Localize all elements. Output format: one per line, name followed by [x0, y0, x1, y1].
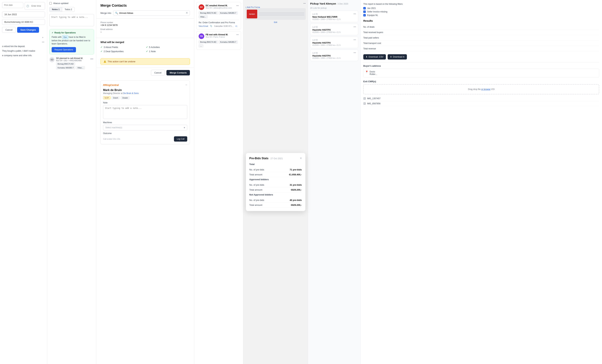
- merge-actions: Cancel Merge Contacts: [96, 68, 194, 78]
- address-field[interactable]: Bunschotenweg 10 3089 KC: [2, 19, 45, 25]
- ringcentral-header: RRingCentral −: [103, 83, 187, 87]
- email-card-more[interactable]: •••: [236, 4, 239, 7]
- log-call-button[interactable]: Log Call: [174, 136, 187, 142]
- buyer-address-text: Docto Rotter...: [370, 71, 377, 75]
- pick-date-input[interactable]: [2, 2, 23, 8]
- lot-num-2: Lot 56: [312, 39, 318, 41]
- modal-header: Pre-Bids Stats 27 Oct 2021 ×: [249, 156, 302, 160]
- dc-avatar: DC: [199, 4, 204, 10]
- browse-link[interactable]: or browse: [481, 88, 491, 90]
- download-csv-button[interactable]: ⬇ Download .CSV: [363, 54, 386, 60]
- ops-card: ✓ Ready for Operations Fields with Ops h…: [49, 29, 94, 55]
- not-approved-amount-row: Total amount €829.200,-: [249, 203, 302, 208]
- merged-items: ✓ 3 About Fields ✓ 5 Activities ✓ 2 Deal…: [100, 46, 190, 53]
- modal-close-button[interactable]: ×: [300, 156, 302, 160]
- report-panel: This report is based on the following fi…: [361, 0, 602, 364]
- lot-more-3[interactable]: •••: [354, 52, 356, 54]
- result-transport: Total transport cost: [363, 41, 599, 46]
- lot-machine-1: Haulotte H43TPX: [312, 29, 356, 31]
- machines-label: Machines: [103, 121, 187, 124]
- filter-item-1: ✓ Seller invoice missing: [363, 11, 599, 13]
- lot-header-0: Lot 35 •••: [312, 13, 356, 15]
- company-link[interactable]: De Bruin & Sons: [123, 92, 139, 95]
- merged-item-3: ✓ 1 Note: [146, 50, 190, 53]
- ops-body: Fields with Ops have to be filled in bef…: [52, 35, 92, 45]
- email-label: Email address: [100, 28, 190, 30]
- note-label: Note: [103, 101, 187, 104]
- drag-drop-text: Drag drop file or browse VOl: [367, 88, 595, 90]
- minimize-button[interactable]: −: [185, 83, 187, 87]
- download-in-icon: ⬇: [390, 56, 392, 58]
- contact-role: Managing Director at De Bruin & Sons: [103, 92, 187, 95]
- filter-check-0: ✓: [363, 7, 366, 10]
- drag-drop-zone[interactable]: Drag drop file or browse VOl: [363, 84, 599, 94]
- email-card-header: DC DC emailed Ahmed M. Nov 04 • abbas@tr…: [199, 4, 239, 10]
- merge-search-input[interactable]: [119, 12, 185, 14]
- lot-card-1: Lot 56 ••• Haulotte H43TPX #22555 • 1999…: [310, 24, 358, 35]
- meet-activity-card: FB FB met with Ahmed M. Nov 04 • Paris, …: [196, 31, 241, 50]
- enter-time-input[interactable]: [30, 3, 43, 9]
- tag-0: Bomag BW174 AD: [56, 62, 75, 65]
- what-merged-section: What will be merged ✓ 3 About Fields ✓ 5…: [96, 38, 194, 55]
- date-time-row: 🕐: [2, 2, 45, 10]
- lot-more-0[interactable]: •••: [354, 13, 356, 15]
- edit-panel: 🕐 16 Jun 2022 Bunschotenweg 10 3089 KC C…: [0, 0, 47, 364]
- file-name-0: IMG_1357457: [367, 97, 380, 100]
- contact-name: Mark de Bruin: [103, 88, 187, 92]
- download-in-button[interactable]: ⬇ Download In: [388, 54, 407, 60]
- clock-icon: 🕐: [26, 5, 29, 7]
- clear-search-button[interactable]: ✕: [186, 11, 188, 14]
- merge-into-row: Merge into 🔍 ✕: [100, 10, 190, 16]
- lot-machine-3: Haulotte H43TPX: [312, 54, 356, 57]
- more-options[interactable]: •••: [2, 40, 45, 44]
- activity-meta: Nov 04 • 29s • +44614963486: [56, 60, 88, 62]
- modal-title-group: Pre-Bids Stats 27 Oct 2021: [249, 157, 283, 160]
- save-changes-button[interactable]: Save Changes: [17, 27, 39, 33]
- tab-notes[interactable]: Notes 1: [49, 7, 62, 12]
- result-revenue: Total revenue: [363, 46, 599, 52]
- total-amount-row: Total amount €1.658.400,-: [249, 172, 302, 177]
- activity-more-options[interactable]: •••: [90, 57, 94, 61]
- ringcentral-logo: RRingCentral: [103, 84, 119, 86]
- prebids-modal-overlay: Pre-Bids Stats 27 Oct 2021 × Total No. o…: [243, 0, 308, 364]
- merge-panel: Merge Contacts Merge into 🔍 ✕ Phone numb…: [96, 0, 194, 364]
- search-icon: 🔍: [115, 12, 118, 14]
- pickup-title: Pickup Yard Alençon: [310, 2, 336, 5]
- email-tags: Bomag BW174 AD Komatsu WA380-7 Hitac...: [199, 11, 239, 18]
- lot-more-2[interactable]: •••: [354, 39, 356, 41]
- request-ops-button[interactable]: Request Operations: [52, 47, 76, 52]
- download-buttons: ⬇ Download .CSV ⬇ Download In: [363, 54, 599, 60]
- tab-todos[interactable]: Todos 2: [62, 7, 75, 12]
- add-button[interactable]: ＋: [2, 35, 45, 40]
- view-email-link[interactable]: View Email: [199, 25, 208, 27]
- tag-dealer: Dealer: [121, 96, 129, 99]
- email-field-row: Email address –: [100, 28, 190, 33]
- what-merged-title: What will be merged: [100, 41, 190, 43]
- abacus-checkbox[interactable]: [49, 2, 52, 5]
- merge-cancel-button[interactable]: Cancel: [151, 70, 165, 75]
- machines-select[interactable]: Select machine(s): [103, 125, 187, 130]
- merged-item-1: ✓ 5 Activities: [146, 46, 190, 48]
- merge-contacts-button[interactable]: Merge Contacts: [166, 70, 190, 75]
- lot-header-1: Lot 56 •••: [312, 26, 356, 28]
- outcome-label: Outcome: [103, 132, 187, 135]
- approved-prebids-row: No. of pre-bids 31 pre-bids: [249, 182, 302, 187]
- user-avatar: SD: [49, 57, 54, 62]
- email-tag-2: Hitac...: [199, 15, 208, 18]
- tag-vip: V.I.P.: [103, 96, 110, 99]
- email-tag-1: Komatsu WA380-7: [219, 11, 238, 14]
- result-buyers: Total received buyers: [363, 30, 599, 35]
- merge-title: Merge Contacts: [100, 3, 190, 8]
- note-input[interactable]: [49, 14, 94, 26]
- call-note-input[interactable]: [103, 105, 187, 119]
- email-card-title: DC emailed Ahmed M.: [206, 4, 235, 7]
- tag-dutch: Dutch: [111, 96, 120, 99]
- approved-amount-row: Total amount €829.200,-: [249, 187, 302, 192]
- email-value: –: [100, 31, 190, 33]
- meet-more[interactable]: •••: [236, 33, 239, 36]
- check-icon-1: ✓: [146, 46, 148, 48]
- cancel-button[interactable]: Cancel: [2, 27, 16, 33]
- abacus-label: Abacus updated: [53, 2, 68, 5]
- lot-more-1[interactable]: •••: [354, 26, 356, 28]
- undone-warning: ⚠️ This action can't be undone: [100, 58, 190, 65]
